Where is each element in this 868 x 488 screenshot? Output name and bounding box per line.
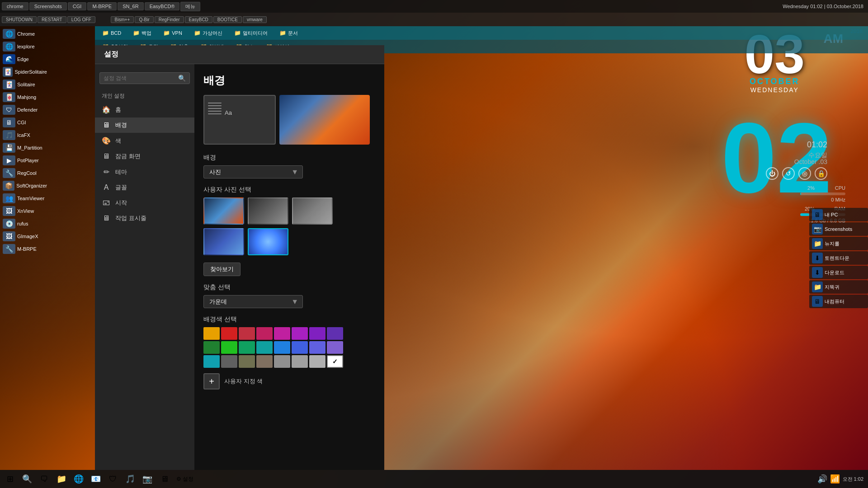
fit-type-select[interactable]: 가운데 채우기 맞춤 늘이기 타일 범위	[203, 295, 303, 308]
color-violet[interactable]	[292, 327, 308, 340]
app-screenshots[interactable]: Screenshots	[29, 2, 67, 10]
photo-thumb-3[interactable]	[292, 197, 333, 225]
color-purple[interactable]	[309, 327, 326, 340]
photo-thumb-4[interactable]	[203, 228, 244, 255]
rp-torrent[interactable]: ⬇ 토렌트다운	[809, 251, 868, 265]
app-easybcd[interactable]: EasyBCD®	[145, 2, 180, 10]
app-chrome[interactable]: chrome	[2, 2, 28, 10]
color-gray6[interactable]	[309, 355, 326, 368]
settings-search-box[interactable]: 🔍	[99, 72, 190, 84]
color-green[interactable]	[221, 341, 237, 354]
sidebar-item-gimagex[interactable]: 🖼 GImageX	[0, 230, 50, 242]
color-pink[interactable]	[256, 327, 273, 340]
color-gray4[interactable]	[274, 355, 290, 368]
ql-easybcd[interactable]: EasyBCD	[185, 16, 212, 23]
shutdown-btn[interactable]: SHUTDOWN	[2, 16, 37, 23]
sidebar-item-regcool[interactable]: 🔧 RegCool	[0, 167, 50, 179]
color-periwinkle[interactable]	[309, 341, 326, 354]
sidebar-item-mbrpe[interactable]: 🔧 M-BRPE	[0, 243, 50, 255]
search-button[interactable]: 🔍	[19, 471, 35, 487]
fit-type-wrapper[interactable]: 가운데 채우기 맞춤 늘이기 타일 범위 ▼	[203, 295, 303, 308]
ql-qbir[interactable]: Q-Bir	[135, 16, 153, 23]
color-cyan[interactable]	[256, 341, 273, 354]
sidebar-item-edge[interactable]: 🌊 Edge	[0, 53, 50, 65]
color-indigo[interactable]	[292, 341, 308, 354]
color-lavender[interactable]	[327, 341, 343, 354]
sidebar-item-solitaire[interactable]: 🃏 Solitaire	[0, 79, 50, 90]
rp-mypc[interactable]: 🖥 내 PC	[809, 208, 868, 221]
sidebar-item-chrome[interactable]: 🌐 Chrome	[0, 28, 50, 40]
color-gray3[interactable]	[256, 355, 273, 368]
sidebar-item-softorganizer[interactable]: 📦 SoftOrganizer	[0, 180, 50, 192]
nav-color[interactable]: 🎨 색	[95, 133, 194, 149]
sidebar-item-potplayer[interactable]: ▶ PotPlayer	[0, 155, 50, 166]
nav-taskbar[interactable]: 🖥 작업 표시줄	[95, 211, 194, 226]
color-red[interactable]	[221, 327, 237, 340]
ql-regfinder[interactable]: RegFinder	[155, 16, 184, 23]
color-blue[interactable]	[274, 341, 290, 354]
app-cgi[interactable]: CGI	[68, 2, 87, 10]
sidebar-item-rufus[interactable]: 💿 rufus	[0, 218, 50, 230]
ql-bootice[interactable]: BOOTICE	[213, 16, 242, 23]
nav-home[interactable]: 🏠 홈	[95, 102, 194, 117]
nav-start[interactable]: 🖃 시작	[95, 195, 194, 211]
nav-lockscreen[interactable]: 🖥 잠금 화면	[95, 149, 194, 164]
nav-font[interactable]: A 글꼴	[95, 180, 194, 195]
sidebar-item-spidersolitaire[interactable]: 🃏 SpiderSolitaire	[0, 66, 50, 78]
add-color-button[interactable]: +	[203, 373, 220, 389]
tray-icon-2[interactable]: 📶	[830, 474, 840, 484]
sidebar-item-cgi[interactable]: 🖥 CGI	[0, 117, 50, 128]
rp-news[interactable]: 📁 뉴지롤	[809, 237, 868, 250]
restart-btn[interactable]: RESTART	[38, 16, 66, 23]
color-darkred[interactable]	[239, 327, 255, 340]
sidebar-item-lexplore[interactable]: 🌐 lexplore	[0, 41, 50, 52]
browse-button[interactable]: 찾아보기	[203, 263, 241, 276]
app-menu[interactable]: 메뉴	[180, 2, 200, 11]
photo-thumb-1[interactable]	[203, 197, 244, 225]
defender-tb-button[interactable]: 🛡	[105, 471, 121, 487]
rp-jidukkwi[interactable]: 📁 지뚝귀	[809, 280, 868, 294]
app-mbrpe[interactable]: M-BRPE	[87, 2, 117, 10]
color-darkgreen[interactable]	[203, 341, 220, 354]
tray-icon-1[interactable]: 🔊	[817, 474, 827, 484]
rp-download[interactable]: ⬇ 다운로드	[809, 266, 868, 279]
sidebar-item-icafx[interactable]: 🎵 IcaFX	[0, 129, 50, 141]
media-button[interactable]: 🎵	[122, 471, 138, 487]
bg-type-wrapper[interactable]: 사진 단색 슬라이드 쇼 ▼	[203, 165, 303, 178]
camera-button[interactable]: 📷	[139, 471, 156, 487]
logoff-btn[interactable]: LOG OFF	[67, 16, 95, 23]
color-teal[interactable]	[239, 341, 255, 354]
nav-background[interactable]: 🖥 배경	[95, 117, 194, 133]
color-gray2[interactable]	[239, 355, 255, 368]
explorer-button[interactable]: 📁	[53, 471, 70, 487]
color-darkpurple[interactable]	[327, 327, 343, 340]
browser-button[interactable]: 🌐	[71, 471, 87, 487]
bm-multimedia[interactable]: 멀티미디어	[229, 29, 273, 38]
app-sn6r[interactable]: SN_6R	[118, 2, 143, 10]
bm-vpn[interactable]: VPN	[158, 29, 188, 37]
ql-vmware[interactable]: vmware	[243, 16, 267, 23]
circle-button[interactable]: ◎	[798, 167, 811, 180]
bg-type-select[interactable]: 사진 단색 슬라이드 쇼	[203, 165, 303, 178]
color-magenta[interactable]	[274, 327, 290, 340]
rp-screenshots[interactable]: 📷 Screenshots	[809, 222, 868, 236]
monitor-button[interactable]: 🖥	[156, 471, 173, 487]
color-aqua[interactable]	[203, 355, 220, 368]
lock-button[interactable]: 🔒	[815, 167, 827, 180]
color-gray1[interactable]	[221, 355, 237, 368]
sidebar-item-mpartition[interactable]: 💾 M_Partition	[0, 142, 50, 154]
photo-thumb-5[interactable]	[248, 228, 288, 255]
bm-docs[interactable]: 문서	[274, 29, 303, 38]
mail-button[interactable]: 📧	[88, 471, 104, 487]
settings-button[interactable]: ⚙ 설정	[174, 471, 196, 487]
start-button[interactable]: ⊞	[2, 471, 18, 487]
color-white[interactable]	[327, 355, 343, 368]
sidebar-item-defender[interactable]: 🛡 Defender	[0, 104, 50, 116]
sidebar-item-mahjong[interactable]: 🀄 Mahjong	[0, 91, 50, 103]
rp-mycomputer[interactable]: 🖥 내컴퓨터	[809, 295, 868, 308]
power-button[interactable]: ⏻	[766, 167, 778, 180]
photo-thumb-2[interactable]	[248, 197, 288, 225]
ql-bism[interactable]: Bism++	[111, 16, 134, 23]
bm-backup[interactable]: 백업	[127, 29, 157, 38]
color-gray5[interactable]	[292, 355, 308, 368]
